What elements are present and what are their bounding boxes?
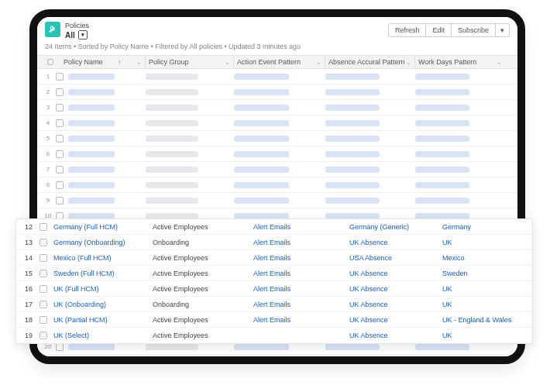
chevron-down-icon: ⌄: [136, 59, 142, 66]
placeholder-cell: [234, 198, 289, 204]
table-row[interactable]: 5: [37, 131, 517, 146]
policy-name-link[interactable]: Germany (Full HCM): [53, 223, 153, 231]
listview-filter[interactable]: All ▾: [65, 30, 89, 40]
row-checkbox[interactable]: [56, 343, 64, 351]
table-row[interactable]: 6: [37, 146, 517, 162]
accrual-link[interactable]: UK Absence: [349, 270, 442, 277]
more-actions-button[interactable]: ▾: [496, 23, 510, 37]
subscribe-button[interactable]: Subscribe: [452, 23, 496, 37]
column-checkbox[interactable]: [40, 56, 60, 68]
row-checkbox[interactable]: [56, 181, 64, 189]
action-event-link[interactable]: Alert Emails: [253, 316, 349, 324]
table-row[interactable]: 16UK (Full HCM)Active EmployeesAlert Ema…: [16, 281, 532, 297]
placeholder-cell: [146, 198, 198, 204]
row-checkbox[interactable]: [40, 239, 47, 246]
table-row[interactable]: 4: [37, 115, 517, 131]
workdays-link[interactable]: UK: [442, 332, 535, 339]
row-checkbox[interactable]: [56, 119, 64, 127]
row-number: 5: [40, 135, 56, 142]
workdays-link[interactable]: Mexico: [442, 254, 535, 262]
row-checkbox[interactable]: [40, 316, 47, 324]
row-checkbox[interactable]: [40, 270, 47, 277]
accrual-link[interactable]: UK Absence: [349, 285, 442, 293]
column-action-event[interactable]: Action Event Pattern ⌄: [234, 56, 325, 68]
table-row[interactable]: 14Mexico (Full HCM)Active EmployeesAlert…: [16, 250, 532, 266]
table-row[interactable]: 7: [37, 162, 517, 177]
row-checkbox[interactable]: [40, 332, 47, 339]
workdays-link[interactable]: UK: [442, 301, 535, 308]
accrual-link[interactable]: UK Absence: [349, 301, 442, 308]
accrual-link[interactable]: USA Absence: [349, 254, 442, 262]
placeholder-cell: [234, 182, 289, 188]
row-number: 9: [40, 197, 56, 204]
policy-name-link[interactable]: UK (Onboarding): [53, 301, 153, 308]
workdays-link[interactable]: UK: [442, 239, 535, 246]
policy-name-link[interactable]: Germany (Onboarding): [53, 239, 153, 246]
table-row[interactable]: 12Germany (Full HCM)Active EmployeesAler…: [16, 219, 532, 235]
accrual-link[interactable]: Germany (Generic): [349, 223, 442, 231]
accrual-link[interactable]: UK Absence: [349, 239, 442, 246]
row-checkbox[interactable]: [40, 301, 47, 308]
workdays-link[interactable]: Germany: [442, 223, 535, 231]
workdays-link[interactable]: UK: [442, 285, 535, 293]
table-row[interactable]: 17UK (Onboarding)OnboardingAlert EmailsU…: [16, 297, 532, 312]
row-checkbox[interactable]: [56, 150, 64, 158]
table-row[interactable]: 1: [37, 69, 517, 84]
placeholder-cell: [325, 120, 380, 126]
table-row[interactable]: 18UK (Partial HCM)Active EmployeesAlert …: [16, 312, 532, 328]
refresh-button[interactable]: Refresh: [388, 23, 427, 37]
table-row[interactable]: 2: [37, 84, 517, 100]
placeholder-cell: [234, 167, 289, 173]
policy-name-link[interactable]: Sweden (Full HCM): [53, 270, 153, 277]
table-row[interactable]: 19UK (Select)Active EmployeesUK AbsenceU…: [16, 328, 532, 343]
table-row[interactable]: 15Sweden (Full HCM)Active EmployeesAlert…: [16, 266, 532, 281]
placeholder-cell: [146, 105, 198, 111]
select-all-checkbox[interactable]: [47, 59, 53, 65]
row-checkbox[interactable]: [40, 285, 47, 293]
row-checkbox[interactable]: [56, 135, 64, 143]
column-work-days[interactable]: Work Days Pattern ⌄: [415, 56, 505, 68]
policy-name-link[interactable]: UK (Partial HCM): [53, 316, 153, 324]
row-number: 7: [40, 166, 56, 173]
placeholder-cell: [415, 74, 469, 80]
column-policy-name[interactable]: Policy Name ↑ ⌄: [60, 56, 146, 68]
chevron-down-icon: ⌄: [406, 59, 411, 66]
placeholder-cell: [415, 136, 469, 142]
action-event-link[interactable]: Alert Emails: [253, 239, 349, 246]
column-absence-accrual[interactable]: Absence Accural Pattern ⌄: [325, 56, 415, 68]
placeholder-cell: [68, 120, 115, 126]
action-event-link[interactable]: Alert Emails: [253, 254, 349, 262]
row-number: 2: [40, 88, 56, 95]
workdays-link[interactable]: UK - England & Wales: [442, 316, 535, 324]
placeholder-cell: [146, 182, 198, 188]
action-event-link[interactable]: Alert Emails: [253, 285, 349, 293]
policy-name-link[interactable]: UK (Full HCM): [53, 285, 153, 293]
edit-button[interactable]: Edit: [426, 23, 452, 37]
row-checkbox[interactable]: [40, 254, 47, 262]
placeholder-cell: [234, 120, 289, 126]
table-row[interactable]: 8: [37, 177, 517, 193]
table-row[interactable]: 13Germany (Onboarding)OnboardingAlert Em…: [16, 235, 532, 250]
placeholder-cell: [146, 120, 198, 126]
workdays-link[interactable]: Sweden: [442, 270, 535, 277]
row-checkbox[interactable]: [56, 88, 64, 96]
policy-name-link[interactable]: UK (Select): [53, 332, 153, 339]
placeholder-cell: [415, 89, 469, 95]
policy-name-link[interactable]: Mexico (Full HCM): [53, 254, 153, 262]
column-label: Work Days Pattern: [418, 58, 476, 66]
table-row[interactable]: 3: [37, 100, 517, 115]
placeholder-cell: [68, 182, 115, 188]
row-checkbox[interactable]: [56, 104, 64, 112]
action-event-link[interactable]: Alert Emails: [253, 223, 349, 231]
row-checkbox[interactable]: [40, 223, 47, 231]
topbar: Policies All ▾ Refresh Edit Subscribe ▾: [37, 17, 517, 43]
action-event-link[interactable]: Alert Emails: [253, 270, 349, 277]
row-checkbox[interactable]: [56, 73, 64, 81]
table-row[interactable]: 9: [37, 193, 517, 208]
column-policy-group[interactable]: Policy Group ⌄: [146, 56, 234, 68]
row-checkbox[interactable]: [56, 166, 64, 174]
accrual-link[interactable]: UK Absence: [349, 332, 442, 339]
row-checkbox[interactable]: [56, 197, 64, 205]
accrual-link[interactable]: UK Absence: [349, 316, 442, 324]
action-event-link[interactable]: Alert Emails: [253, 301, 349, 308]
